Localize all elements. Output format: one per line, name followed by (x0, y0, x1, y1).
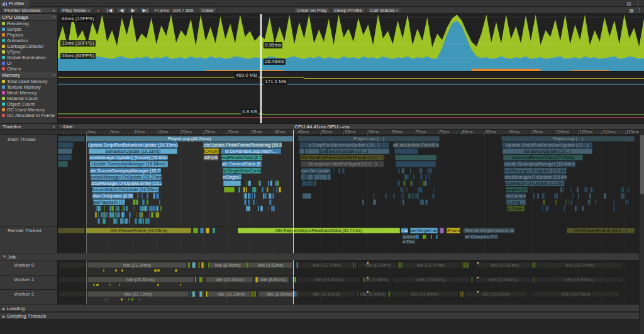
timeline-block[interactable]: Gfx.WaitForPresentOnGfxThread (18.0…) (300, 155, 384, 160)
timeline-block[interactable] (59, 291, 85, 297)
timeline-block[interactable]: Idle (14.54ms) (391, 291, 459, 297)
timeline-block[interactable]: Idle (12.04ms) (475, 277, 531, 282)
timeline-block[interactable]: Idle (13.51ms) (297, 277, 360, 282)
timeline-block[interactable]: nderSingleGderContext (223, 168, 262, 174)
timeline-block[interactable]: Idle (13.04ms) (401, 262, 461, 268)
legend-item[interactable]: Scripts (0, 26, 57, 32)
timeline-block[interactable]: …der Opaques (7.0…) (465, 235, 498, 239)
deep-profile-toggle[interactable]: Deep Profile (331, 7, 365, 13)
timeline-block[interactable]: GameCamera… (506, 193, 526, 199)
section-header-loading[interactable]: ▶Loading (0, 304, 644, 312)
timeline-block[interactable] (59, 277, 85, 282)
timeline-block[interactable]: er.DoRenderLoop.Intern… (221, 148, 280, 154)
thread-label-w1[interactable]: Worker 1 (14, 277, 34, 282)
section-header-scripting[interactable]: ▶Scripting Threads (0, 312, 644, 320)
legend-item[interactable]: VSync (0, 49, 57, 55)
legend-item[interactable]: GC Used Memory (0, 107, 57, 113)
clear-on-play-toggle[interactable]: Clear on Play (294, 7, 330, 13)
timeline-block[interactable]: e.WaitForSignal (204, 155, 218, 160)
timeline-block[interactable]: Idle (21.34ms) (87, 262, 187, 268)
record-button[interactable]: ● (94, 7, 103, 13)
timeline-block[interactable]: Idle (16.63ms) (392, 277, 470, 282)
timeline-block[interactable]: PlayerLoop (44.24ms) (86, 136, 293, 142)
legend-item[interactable]: UI (0, 60, 57, 66)
first-frame-button[interactable]: |◀ (104, 7, 115, 13)
clear-button[interactable]: Clear (199, 7, 217, 13)
legend-item[interactable]: Material Count (0, 96, 57, 101)
timeline-block[interactable]: PostLateUpdate.FinishFrameRendering (16.… (203, 142, 282, 148)
timeline-block[interactable]: Gfx.PresentFrame (39.4…) (567, 228, 635, 233)
timeline-block[interactable]: Idle (5.36ms) (364, 277, 389, 282)
timeline-block[interactable]: Idle (12.51ms) (297, 291, 356, 297)
thread-label-main[interactable]: Main Thread (8, 136, 36, 142)
thread-label-w0[interactable]: Worker 0 (14, 262, 34, 268)
timeline-block[interactable] (200, 228, 204, 233)
timeline-view-dropdown[interactable]: Timeline ▾ (0, 124, 58, 129)
timeline-block[interactable]: Update GameplayManager (15.44ms) (504, 161, 575, 167)
legend-item[interactable]: Others (0, 66, 57, 72)
timeline-block[interactable]: Idle (10.18ms) (208, 291, 255, 297)
timeline-block[interactable]: …ation.OnUpdate (8.85…) (92, 193, 133, 199)
timeline-block[interactable]: SoccerMatch.OnUpdate (14.53ms) (92, 187, 160, 192)
play-mode-dropdown[interactable]: Play Mode ▾ (59, 7, 92, 13)
timeline-block[interactable]: Idle (12.75ms) (297, 262, 357, 268)
timeline-block[interactable] (58, 148, 72, 154)
timeline-block[interactable] (303, 193, 311, 199)
timeline-block[interactable]: FootballManager.OnUpdate (13.44ms) (504, 174, 567, 180)
timeline-block[interactable] (395, 155, 436, 160)
prev-frame-button[interactable]: ◀ (116, 7, 126, 13)
timeline-block[interactable]: BehaviourUpdate (19.33ms) (89, 148, 178, 154)
timeline-block[interactable]: Idle (6.81ms) (257, 277, 289, 282)
timeline-block[interactable]: UniversalRenderTotal (17.23ms) (503, 155, 584, 160)
timeline-block[interactable]: SoccerMatch.OnUpdate (12.85ms) (505, 181, 565, 186)
timeline-block[interactable] (58, 161, 68, 167)
timeline-block[interactable]: Semaphore.WaitForSignal (18.0…) (301, 161, 384, 167)
legend-item[interactable]: Total Used Memory (0, 79, 57, 84)
timeline-block[interactable]: waitOnGfxThr (204, 148, 219, 154)
timeline-block[interactable]: RenderSingleCamera (410, 228, 438, 233)
foldout-arrow-icon[interactable]: ▶ (3, 306, 6, 311)
timeline-block[interactable]: Idle (5.90ms) (360, 291, 387, 297)
timeline-block[interactable]: erSingleC: (223, 174, 242, 180)
timeline-block[interactable]: Idle (9.52ms) (248, 262, 292, 268)
timeline-block[interactable] (58, 155, 72, 160)
timeline-block[interactable]: Idle (12.53ms) (476, 262, 535, 268)
timeline-block[interactable]: PlayerLoop (…) (501, 136, 635, 142)
drag-handle-icon[interactable]: ≡ (53, 15, 55, 19)
timeline-block[interactable]: footballManager.OnUpdate (13.44ms) (504, 168, 566, 174)
timeline-block[interactable]: wCame (401, 228, 408, 233)
thread-label-render[interactable]: Render Thread (8, 228, 42, 233)
timeline-block[interactable] (58, 228, 85, 233)
timeline-block[interactable]: BehaviourUpdate (19…) (299, 148, 389, 154)
foldout-arrow-icon[interactable]: ▶ (3, 314, 6, 318)
timeline-block[interactable]: e.ScriptRunBehaviourUpdate (19…) (299, 142, 389, 148)
next-frame-button[interactable]: ▶ (128, 7, 138, 13)
timeline-block[interactable]: no.Draw (402, 240, 415, 243)
timeline-block[interactable] (193, 228, 198, 233)
legend-item[interactable]: GC Allocated In Frame (0, 113, 57, 118)
timeline-block[interactable]: r Opaques (4.6…) (506, 187, 529, 192)
timeline-block[interactable] (396, 161, 436, 167)
selected-frame-marker[interactable] (260, 14, 262, 123)
timeline-block[interactable]: GameManager.Update() [Invoke] (16.84ms) (89, 155, 168, 160)
legend-item[interactable]: Mesh Memory (0, 90, 57, 96)
timeline-block[interactable] (223, 181, 241, 186)
timeline-block[interactable]: BehaviourUpdate (19…) (502, 148, 592, 154)
scrollbar-thumb[interactable] (640, 135, 644, 194)
module-header-memory[interactable]: Memory≡ (0, 72, 57, 79)
module-header-cpu[interactable]: CPU Usage≡ (0, 14, 57, 21)
section-header-job[interactable]: ▼Job (0, 253, 644, 260)
cpu-usage-chart[interactable] (58, 14, 644, 71)
kebab-menu-icon[interactable]: ⋮ (636, 8, 641, 13)
timeline-block[interactable]: …datePlayersAI (7.0…) (93, 199, 125, 205)
timeline-block[interactable]: Culling… (506, 199, 526, 205)
timeline-block[interactable]: Idle (13.37ms) (465, 291, 527, 297)
timeline-block[interactable]: Update.ScriptRunBehaviourUpdate (19…) (502, 142, 592, 148)
profiler-charts[interactable]: 66ms (15FPS)33ms (30FPS)16ms (60FPS)0.95… (58, 14, 644, 123)
dock-icon[interactable]: ▤ (626, 1, 631, 6)
legend-item[interactable]: Animation (0, 38, 57, 43)
legend-item[interactable]: Physics (0, 32, 57, 38)
timeline-block[interactable] (58, 142, 74, 148)
timeline-block[interactable]: FootballManager.OnUpdate.Entity (15.2…) (91, 181, 162, 186)
foldout-arrow-icon[interactable]: ▼ (3, 255, 6, 259)
